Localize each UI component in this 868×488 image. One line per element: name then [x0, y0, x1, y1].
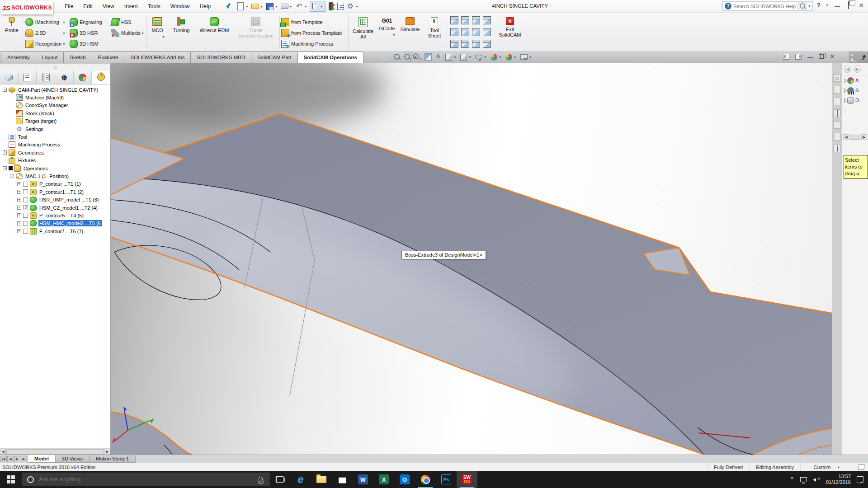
dropdown-arrow-icon[interactable]: ▼	[514, 56, 517, 59]
exit-solidcam-button[interactable]: Exit SolidCAM	[495, 13, 524, 52]
quick-tool-button[interactable]	[336, 2, 345, 11]
panel-tab[interactable]	[37, 71, 55, 84]
dropdown-arrow-icon[interactable]: ▼	[260, 5, 263, 8]
view-cube-icon[interactable]	[450, 40, 458, 48]
tree-item-label[interactable]: Geometries	[17, 150, 45, 156]
tree-item[interactable]: CoordSys Manager	[2, 102, 110, 109]
taskbar-app[interactable]: X	[373, 471, 394, 488]
document-minimize-button[interactable]	[807, 55, 813, 58]
ribbon-button[interactable]: iMachining ▼	[25, 17, 67, 28]
heads-up-button[interactable]: ▼	[519, 53, 533, 61]
panel-splitter[interactable]	[0, 64, 110, 71]
ribbon-button[interactable]: from Template	[281, 17, 347, 28]
heads-up-button[interactable]	[424, 52, 433, 61]
tree-item-label[interactable]: Settings	[24, 126, 44, 132]
menu-item[interactable]: Edit	[78, 0, 98, 12]
operation-checkbox[interactable]	[23, 197, 28, 202]
back-icon[interactable]: ◀	[844, 66, 851, 73]
document-close-button[interactable]: ✕	[830, 53, 835, 60]
minimize-button[interactable]	[835, 4, 840, 7]
panel-tab[interactable]	[0, 71, 19, 84]
ribbon-button[interactable]: HSS	[111, 17, 146, 28]
tree-item[interactable]: + HSR_HMP_model ...T1 (3)	[2, 196, 110, 203]
dropdown-arrow-icon[interactable]: ▼	[245, 5, 249, 8]
action-center-icon[interactable]	[857, 476, 863, 483]
tree-item[interactable]: + HSM_HMC_model2 ...T5 (6	[2, 220, 110, 227]
quick-tool-button[interactable]: ▼	[310, 1, 326, 12]
wirecut-edm-button[interactable]: Wirecut EDM	[197, 13, 231, 52]
tab-scroll-button[interactable]: ▶	[14, 456, 20, 462]
ribbon-button[interactable]: from Process Template	[281, 28, 347, 38]
ribbon-button[interactable]: 3D HSR	[70, 28, 108, 38]
tree-horizontal-scrollbar[interactable]: ◀ ▶	[0, 448, 110, 455]
menu-item[interactable]: Help	[195, 0, 216, 12]
network-icon[interactable]	[800, 477, 807, 482]
taskbar-app[interactable]: SW2016	[457, 471, 477, 488]
tree-item-label[interactable]: F_contour7 ...T6 (7)	[38, 228, 84, 235]
tree-item-label[interactable]: P_contour1 ...T1 (2)	[38, 189, 85, 195]
tree-item-label[interactable]: Target (target)	[24, 118, 57, 124]
expand-toggle[interactable]: −	[3, 88, 7, 92]
model-tab[interactable]: 3D Views	[55, 455, 90, 463]
command-tab[interactable]: Evaluate	[92, 52, 125, 63]
task-pane-tab[interactable]	[833, 145, 841, 152]
tree-item[interactable]: Machining Process	[2, 141, 110, 149]
tool-sheet-button[interactable]: Tool Sheet	[423, 13, 446, 52]
help-button[interactable]: ?	[817, 2, 821, 9]
task-pane-tab[interactable]	[833, 121, 841, 129]
dropdown-arrow-icon[interactable]: ▼	[529, 56, 532, 59]
operation-checkbox[interactable]	[23, 213, 28, 218]
document-restore-button[interactable]	[819, 54, 824, 59]
taskbar-app[interactable]	[269, 471, 290, 488]
dropdown-arrow-icon[interactable]: ▼	[320, 5, 323, 8]
tree-item[interactable]: + HSM_CZ_model1 ...T2 (4)	[2, 204, 110, 211]
expand-toggle[interactable]: +	[3, 150, 7, 155]
quick-tool-button[interactable]: ▼	[236, 2, 250, 11]
volume-muted-icon[interactable]	[813, 477, 820, 483]
operation-checkbox[interactable]	[23, 205, 28, 210]
task-pane-tab[interactable]	[833, 133, 841, 141]
dropdown-arrow-icon[interactable]: ▼	[468, 56, 472, 59]
tree-item-label[interactable]: Fixtures	[17, 157, 37, 164]
quick-tool-button[interactable]: ↶ ▼	[295, 2, 309, 11]
expand-toggle[interactable]: +	[17, 198, 21, 202]
quick-tool-button[interactable]: ▼	[251, 2, 264, 11]
heads-up-button[interactable]: ▼	[474, 52, 488, 61]
dropdown-arrow-icon[interactable]: ▼	[484, 56, 487, 59]
task-pane-scrollbar[interactable]: ◀ ▶	[842, 134, 868, 140]
expand-toggle[interactable]: +	[17, 182, 21, 186]
ribbon-button[interactable]: 3D HSM	[70, 38, 108, 49]
operation-checkbox[interactable]	[23, 189, 28, 194]
tree-item[interactable]: − MAC 1 (1- Position)	[2, 172, 110, 180]
tab-scroll-button[interactable]: |◀	[0, 456, 7, 462]
expand-toggle[interactable]: +	[17, 221, 21, 225]
dropdown-arrow-icon[interactable]: ▼	[162, 34, 165, 40]
view-cube-icon[interactable]	[472, 40, 480, 48]
task-pane-item[interactable]: ❯ D	[842, 95, 868, 105]
cortana-search-box[interactable]	[22, 473, 269, 486]
scroll-thumb[interactable]	[850, 135, 860, 140]
tree-item-label[interactable]: Operations	[23, 165, 49, 172]
scroll-right-icon[interactable]: ▶	[104, 449, 110, 455]
quick-tool-button[interactable]: ⚙ ▼	[346, 2, 360, 11]
pin-menu-icon[interactable]	[225, 3, 231, 9]
command-tab[interactable]: SolidCAM Part	[251, 52, 297, 63]
taskbar-app[interactable]: e	[290, 471, 311, 488]
taskbar-app[interactable]: Ps	[436, 471, 457, 488]
tree-item-label[interactable]: HSR_HMP_model ...T1 (3)	[38, 197, 99, 203]
search-icon[interactable]	[797, 2, 807, 10]
scroll-right-icon[interactable]: ▶	[861, 134, 867, 140]
taskbar-app[interactable]	[415, 471, 436, 488]
expand-toggle[interactable]: −	[10, 174, 14, 178]
menu-item[interactable]: Tools	[143, 0, 165, 12]
tab-scroll-button[interactable]: ◀	[7, 456, 14, 462]
tree-item-label[interactable]: CoordSys Manager	[24, 102, 69, 108]
tree-item[interactable]: − CAM-Part (4INCH SINGLE CAVITY)	[2, 86, 110, 94]
task-pane-header[interactable]: « A...	[849, 52, 868, 63]
tree-item-label[interactable]: MAC 1 (1- Position)	[24, 173, 70, 179]
tree-item-label[interactable]: P_contour5 ...T4 (5)	[38, 212, 85, 219]
help-dropdown-icon[interactable]: ▼	[826, 4, 829, 7]
task-pane-tab[interactable]	[833, 98, 841, 105]
help-search-box[interactable]: ? ▼	[722, 1, 813, 11]
expand-toggle[interactable]: +	[17, 213, 21, 217]
